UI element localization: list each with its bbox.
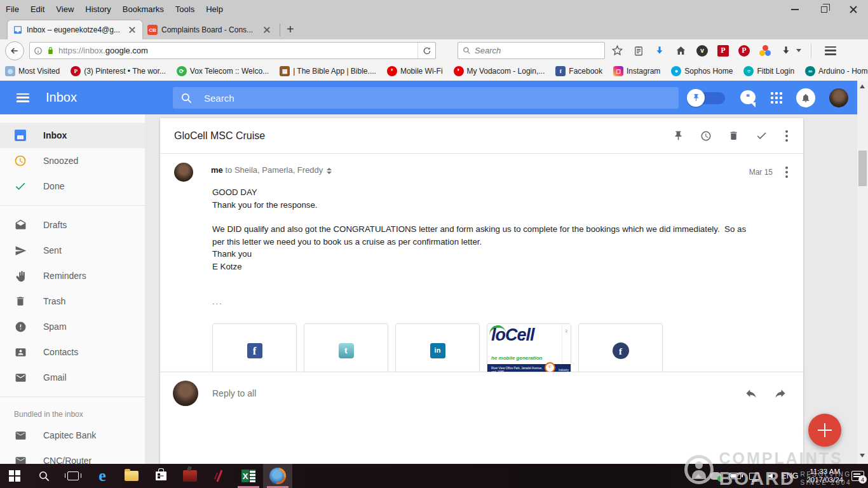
language-indicator[interactable]: ENG bbox=[781, 471, 798, 480]
scroll-down-icon[interactable] bbox=[860, 454, 865, 458]
menu-help[interactable]: Help bbox=[200, 0, 229, 19]
mark-done-icon[interactable] bbox=[756, 130, 768, 142]
new-tab-button[interactable]: + bbox=[283, 22, 301, 39]
bookmark-sophos-home[interactable]: ●Sophos Home bbox=[671, 66, 733, 76]
start-button[interactable] bbox=[0, 464, 29, 488]
clipboard-icon[interactable] bbox=[633, 45, 644, 57]
attachment-facebook-round[interactable]: f bbox=[578, 323, 663, 379]
google-apps-icon[interactable] bbox=[771, 92, 782, 104]
bookmark-arduino[interactable]: ∞Arduino - Home bbox=[805, 66, 868, 76]
app-search-bar[interactable] bbox=[173, 87, 679, 109]
snooze-clock-icon[interactable] bbox=[700, 130, 712, 142]
show-hidden-icons-button[interactable] bbox=[695, 474, 702, 478]
sidebar-item-contacts[interactable]: Contacts bbox=[0, 339, 145, 365]
sidebar-item-reminders[interactable]: Reminders bbox=[0, 263, 145, 288]
forward-icon[interactable] bbox=[774, 387, 787, 400]
sidebar-item-gmail[interactable]: Gmail bbox=[0, 365, 145, 390]
reload-button[interactable] bbox=[417, 43, 431, 58]
bookmark-my-vodacom[interactable]: ❜My Vodacom - Login,... bbox=[454, 66, 545, 76]
sidebar-item-done[interactable]: Done bbox=[0, 173, 145, 199]
attachment-facebook[interactable]: f bbox=[212, 323, 297, 379]
browser-search-input[interactable] bbox=[475, 46, 583, 55]
menu-file[interactable]: File bbox=[0, 0, 25, 19]
edge-button[interactable]: e bbox=[88, 464, 117, 488]
menu-view[interactable]: View bbox=[50, 0, 79, 19]
reply-placeholder[interactable]: Reply to all bbox=[212, 388, 256, 398]
compose-fab-button[interactable] bbox=[808, 414, 841, 447]
bookmark-fitbit[interactable]: ⁘Fitbit Login bbox=[743, 66, 794, 76]
notifications-bell-icon[interactable] bbox=[796, 88, 815, 107]
app-menu-icon[interactable] bbox=[17, 93, 29, 102]
bookmark-facebook[interactable]: fFacebook bbox=[555, 66, 602, 76]
menu-bookmarks[interactable]: Bookmarks bbox=[117, 0, 170, 19]
store-button[interactable] bbox=[146, 464, 175, 488]
attachment-linkedin[interactable]: in bbox=[395, 323, 480, 379]
show-trimmed-content-button[interactable]: ... bbox=[212, 295, 751, 308]
volume-icon[interactable] bbox=[768, 473, 773, 479]
minimize-button[interactable] bbox=[780, 0, 810, 19]
excel-button[interactable]: X bbox=[234, 464, 263, 488]
expand-recipients-icon[interactable] bbox=[327, 168, 332, 174]
menu-edit[interactable]: Edit bbox=[25, 0, 50, 19]
red-slash-app-button[interactable] bbox=[205, 464, 234, 488]
downloads-dropdown-icon[interactable] bbox=[796, 49, 801, 52]
tab-close-icon[interactable] bbox=[127, 25, 137, 35]
home-icon[interactable] bbox=[675, 45, 687, 57]
trash-icon[interactable] bbox=[728, 130, 739, 141]
browser-search-bar[interactable] bbox=[458, 42, 605, 59]
bookmark-vox-telecom[interactable]: ⟳Vox Telecom :: Welco... bbox=[177, 66, 269, 76]
back-button[interactable] bbox=[5, 41, 24, 60]
sidebar-item-sent[interactable]: Sent bbox=[0, 238, 145, 263]
menu-icon[interactable] bbox=[825, 46, 836, 55]
attachment-glocell-business-card[interactable]: loCell he mobile generation 2 River View… bbox=[487, 323, 571, 379]
tab-inbox[interactable]: Inbox – eugenekotze4@g... bbox=[8, 20, 142, 39]
url-text[interactable]: https://inbox.google.com bbox=[58, 46, 417, 55]
battery-icon[interactable] bbox=[729, 473, 741, 479]
bookmark-pinterest[interactable]: P(3) Pinterest • The wor... bbox=[71, 66, 166, 76]
sidebar-item-drafts[interactable]: Drafts bbox=[0, 212, 145, 238]
menu-tools[interactable]: Tools bbox=[170, 0, 200, 19]
close-button[interactable] bbox=[839, 0, 868, 19]
network-icon[interactable] bbox=[749, 473, 759, 480]
pin-toggle[interactable] bbox=[687, 89, 726, 107]
sender-avatar[interactable] bbox=[174, 163, 193, 182]
file-explorer-button[interactable] bbox=[117, 464, 146, 488]
hangouts-icon[interactable]: ❝ bbox=[740, 90, 757, 105]
task-view-button[interactable] bbox=[58, 464, 88, 488]
profile-avatar[interactable] bbox=[829, 88, 848, 107]
bookmark-bible-app[interactable]: ▤| The Bible App | Bible.... bbox=[280, 66, 376, 76]
sidebar-item-spam[interactable]: Spam bbox=[0, 314, 145, 339]
downloads-icon[interactable] bbox=[780, 45, 792, 57]
scroll-up-icon[interactable] bbox=[860, 85, 865, 88]
reply-icon[interactable] bbox=[745, 387, 757, 400]
sidebar-item-capitec-bank[interactable]: Capitec Bank bbox=[0, 423, 145, 448]
page-info-icon[interactable] bbox=[34, 46, 43, 55]
pinterest-square-icon[interactable]: P bbox=[717, 45, 729, 57]
scrollbar[interactable] bbox=[857, 81, 868, 464]
sidebar-item-inbox[interactable]: Inbox bbox=[0, 123, 145, 148]
taskbar-search-button[interactable] bbox=[29, 464, 58, 488]
menu-history[interactable]: History bbox=[79, 0, 116, 19]
https-lock-icon[interactable] bbox=[46, 46, 55, 55]
colorful-addon-icon[interactable] bbox=[759, 45, 771, 57]
firefox-button[interactable] bbox=[263, 464, 292, 488]
more-options-icon[interactable] bbox=[784, 129, 789, 143]
app-search-input[interactable] bbox=[204, 93, 585, 104]
sidebar-item-trash[interactable]: Trash bbox=[0, 288, 145, 314]
restore-button[interactable] bbox=[810, 0, 839, 19]
pinterest-circle-icon[interactable]: P bbox=[738, 45, 750, 57]
clock[interactable]: 11:33 AM 2017/03/24 bbox=[806, 468, 843, 484]
url-bar[interactable]: https://inbox.google.com bbox=[29, 42, 436, 59]
attachment-twitter[interactable]: t bbox=[304, 323, 388, 379]
tab-close-icon[interactable] bbox=[262, 25, 272, 35]
action-center-icon[interactable]: 4 bbox=[851, 471, 864, 481]
bookmark-mobile-wifi[interactable]: ❜Mobile Wi-Fi bbox=[387, 66, 443, 76]
sidebar-item-snoozed[interactable]: Snoozed bbox=[0, 148, 145, 173]
scrollbar-thumb[interactable] bbox=[858, 151, 867, 186]
bookmark-instagram[interactable]: ◻Instagram bbox=[613, 66, 660, 76]
tab-complaints-board[interactable]: CB Complaints Board - Cons... bbox=[142, 20, 277, 39]
download-helper-icon[interactable] bbox=[654, 45, 665, 57]
pocket-icon[interactable]: v bbox=[696, 45, 708, 57]
pin-icon[interactable] bbox=[673, 130, 684, 141]
sync-status-icon[interactable] bbox=[710, 472, 721, 480]
